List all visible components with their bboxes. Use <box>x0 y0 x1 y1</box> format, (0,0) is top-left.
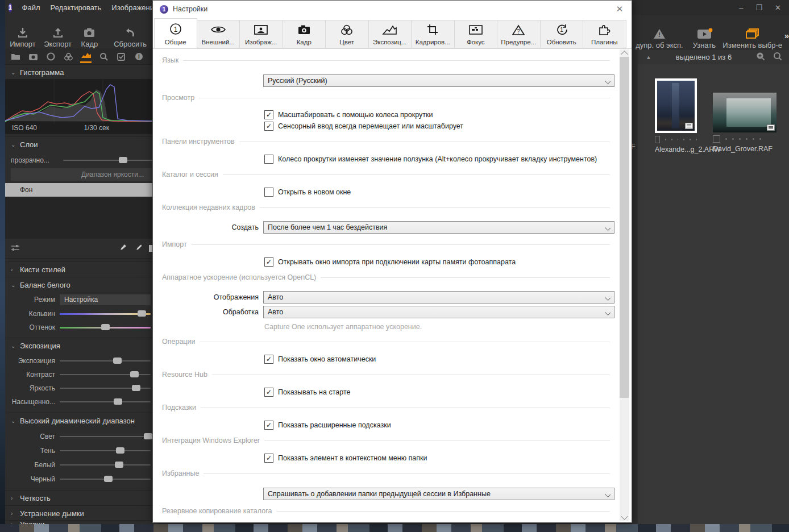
menu-image[interactable]: Изображение <box>111 3 156 12</box>
tint-slider[interactable] <box>60 327 151 329</box>
dehaze-section-header[interactable]: › Устранение дымки <box>5 505 158 521</box>
tab-exposure[interactable]: Экспозиц... <box>369 20 412 48</box>
tab-focus[interactable]: Фокус <box>455 20 498 48</box>
library-tab-icon[interactable] <box>10 51 21 61</box>
kelvin-slider[interactable] <box>60 313 151 315</box>
create-select[interactable]: После более чем 1 час бездействия <box>263 221 614 234</box>
display-label: Отображения <box>155 293 259 301</box>
info-tab-icon[interactable]: i <box>133 51 144 61</box>
opacity-slider[interactable] <box>63 160 152 161</box>
exposure-section-header[interactable]: ⌄ Экспозиция <box>5 338 158 353</box>
white-slider[interactable] <box>60 464 151 466</box>
scrollbar-thumb[interactable] <box>620 57 629 398</box>
edit-selected-button[interactable]: Изменить выбр-е <box>722 28 783 49</box>
shadow-slider[interactable] <box>60 450 151 451</box>
scroll-down-icon[interactable] <box>621 513 628 520</box>
magic-brush-icon[interactable] <box>133 243 143 253</box>
checkbox-touch-pan[interactable]: ✓ Сенсорный ввод всегда перемещает или м… <box>264 122 463 131</box>
language-select[interactable]: Русский (Русский) <box>263 74 614 87</box>
menu-file[interactable]: Файл <box>22 3 40 12</box>
rating-row[interactable] <box>655 136 697 143</box>
capture-button[interactable]: Кадр <box>76 27 104 48</box>
close-button[interactable]: ✕ <box>775 3 781 12</box>
checkbox-icon[interactable] <box>264 188 273 197</box>
adjustments-tab-icon[interactable] <box>115 51 127 61</box>
checkbox-icon[interactable]: ✓ <box>264 454 273 463</box>
black-slider[interactable] <box>60 479 151 480</box>
tab-image[interactable]: Изображ... <box>240 20 283 48</box>
tab-plugins[interactable]: Плагины <box>583 20 626 48</box>
histogram-section-header[interactable]: ⌄ Гистограмма <box>5 64 158 80</box>
checkbox-icon[interactable]: ✓ <box>264 355 273 364</box>
dialog-scrollbar[interactable] <box>620 49 629 521</box>
brightness-slider[interactable] <box>60 388 151 389</box>
tab-capture[interactable]: Кадр <box>283 20 326 48</box>
draw-mask-icon[interactable] <box>118 243 127 253</box>
tab-appearance[interactable]: Внешний... <box>197 20 240 48</box>
checkbox-show-on-start[interactable]: ✓ Показывать на старте <box>264 388 350 397</box>
checkbox-extended-tooltips[interactable]: ✓ Показать расширенные подсказки <box>264 421 391 430</box>
tab-warnings[interactable]: ? Предупре... <box>497 20 541 48</box>
color-tab-icon[interactable] <box>63 51 74 61</box>
tab-update[interactable]: 1 Обновить <box>541 20 584 48</box>
filmstrip[interactable] <box>0 524 789 532</box>
collapse-up-icon[interactable]: ▲ <box>646 54 651 60</box>
checkbox-wheel-slider[interactable]: Колесо прокрутки изменяет значение ползу… <box>264 155 597 164</box>
hdr-section-header[interactable]: ⌄ Высокий динамический диапазон <box>5 413 158 428</box>
thumbnail-item[interactable]: Alexande...g_2.ARW <box>655 78 697 153</box>
white-balance-section-header[interactable]: ⌄ Баланс белого <box>5 277 158 292</box>
tab-general[interactable]: 1 Общие <box>154 18 197 48</box>
import-button[interactable]: Импорт <box>5 27 40 48</box>
checkbox-icon[interactable]: ✓ <box>264 257 273 267</box>
learn-button[interactable]: Узнать <box>687 28 722 49</box>
thumbnail-item[interactable]: David_Grover.RAF <box>713 93 778 153</box>
minimize-button[interactable]: – <box>739 3 743 12</box>
select-checkbox[interactable] <box>655 136 660 143</box>
maximize-button[interactable]: ❐ <box>755 3 762 12</box>
highlight-slider[interactable] <box>60 436 151 437</box>
capture-one-logo-icon: 1 <box>160 5 168 14</box>
checkbox-scroll-zoom[interactable]: ✓ Масштабировать с помощью колеса прокру… <box>264 110 433 119</box>
tab-crop[interactable]: Кадриров... <box>412 20 455 48</box>
style-brushes-section-header[interactable]: › Кисти стилей <box>5 261 158 277</box>
checkbox-icon[interactable]: ✓ <box>264 122 273 131</box>
background-layer-row[interactable]: Фон <box>5 183 152 197</box>
layers-section-header[interactable]: ⌄ Слои <box>5 136 158 152</box>
reset-button[interactable]: Сбросить <box>108 27 152 48</box>
checkbox-icon[interactable]: ✓ <box>264 421 273 430</box>
dialog-close-button[interactable]: ✕ <box>612 3 627 15</box>
saturation-slider[interactable] <box>60 401 151 402</box>
contrast-slider[interactable] <box>60 374 151 375</box>
thumbnail-image-building[interactable] <box>655 78 697 133</box>
processing-select[interactable]: Авто <box>263 306 614 318</box>
checkbox-icon[interactable]: ✓ <box>264 110 273 119</box>
details-tab-icon[interactable] <box>98 51 109 61</box>
thumbnail-image-waterfall[interactable] <box>713 93 776 132</box>
dialog-titlebar[interactable]: 1 Настройки <box>153 1 632 18</box>
exposure-tab-icon-active[interactable] <box>80 50 92 63</box>
rating-row[interactable] <box>713 135 778 143</box>
lens-tab-icon[interactable] <box>45 51 56 61</box>
export-button[interactable]: Экспорт <box>40 27 76 48</box>
exposure-warning-button[interactable]: ! дупр. об эксп. <box>632 28 687 49</box>
zoom-in-icon[interactable] <box>756 52 765 63</box>
exposure-slider[interactable] <box>60 360 151 361</box>
select-checkbox[interactable] <box>713 135 720 143</box>
favorites-select[interactable]: Спрашивать о добавлении папки предыдущей… <box>263 488 614 500</box>
checkbox-import-on-card[interactable]: ✓ Открывать окно импорта при подключении… <box>264 257 516 267</box>
layer-settings-icon[interactable] <box>11 243 20 253</box>
luma-range-button[interactable]: Диапазон яркости... <box>11 168 152 181</box>
checkbox-icon[interactable]: ✓ <box>264 388 273 397</box>
checkbox-icon[interactable] <box>264 155 273 164</box>
toolbar-overflow-chevron[interactable]: » <box>784 31 789 40</box>
checkbox-open-new-window[interactable]: Открыть в новом окне <box>264 188 351 197</box>
checkbox-show-window-auto[interactable]: ✓ Показать окно автоматически <box>264 355 376 364</box>
tab-color[interactable]: Цвет <box>326 20 369 48</box>
capture-tab-icon[interactable] <box>27 51 39 61</box>
menu-edit[interactable]: Редактировать <box>51 3 102 12</box>
wb-mode-select[interactable]: Настройка <box>60 294 151 305</box>
clarity-section-header[interactable]: › Четкость <box>5 490 158 505</box>
search-icon[interactable] <box>773 52 782 63</box>
display-select[interactable]: Авто <box>263 291 614 304</box>
checkbox-context-menu-item[interactable]: ✓ Показать элемент в контекстном меню па… <box>264 454 427 463</box>
